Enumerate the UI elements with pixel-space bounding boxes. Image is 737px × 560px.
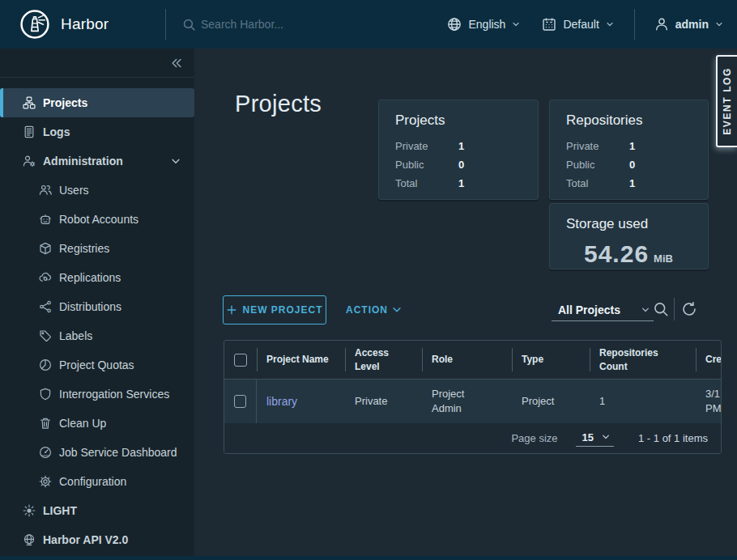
sidebar-item-label: Job Service Dashboard: [59, 446, 177, 459]
card-title: Projects: [395, 112, 522, 129]
sidebar-item-configuration[interactable]: Configuration: [0, 467, 194, 496]
new-project-label: NEW PROJECT: [242, 304, 322, 316]
global-search: [182, 18, 368, 32]
gear-icon: [39, 475, 52, 488]
stat-row: Total 1: [566, 174, 692, 193]
project-filter-select[interactable]: All Projects: [552, 299, 654, 321]
column-header-access-level[interactable]: Access Level: [345, 341, 422, 379]
refresh-button[interactable]: [681, 301, 697, 317]
sidebar-item-label: Project Quotas: [59, 358, 134, 371]
search-input[interactable]: [201, 18, 363, 31]
chevron-down-icon: [714, 19, 724, 29]
trash-icon: [39, 417, 52, 430]
chevron-down-icon: [511, 19, 521, 29]
select-all-checkbox[interactable]: [234, 354, 247, 367]
language-label: English: [468, 18, 505, 31]
harbor-logo-home-link[interactable]: Harbor: [19, 9, 165, 40]
sidebar-item-label: LIGHT: [43, 504, 77, 517]
sun-icon: [23, 504, 36, 517]
stat-row: Public 0: [395, 155, 522, 174]
storage-summary-card: Storage used 54.26 MiB: [549, 203, 709, 269]
type-cell: Project: [512, 380, 590, 423]
sidebar-item-label: Harbor API V2.0: [43, 533, 128, 546]
share-nodes-icon: [39, 300, 52, 313]
project-name-cell: library: [257, 380, 345, 423]
role-cell: Project Admin: [422, 380, 512, 423]
sidebar-item-projects[interactable]: Projects: [0, 88, 194, 117]
logs-list-icon: [23, 125, 36, 138]
header-actions: English Default: [447, 9, 724, 40]
header-divider: [634, 9, 635, 40]
column-header-role[interactable]: Role: [422, 341, 512, 379]
datagrid-header: Project Name Access Level Role Type Repo…: [224, 341, 721, 380]
row-checkbox[interactable]: [234, 395, 246, 408]
sidebar-item-registries[interactable]: Registries: [0, 234, 194, 263]
admin-user-gear-icon: [23, 155, 36, 168]
column-header-repositories-count[interactable]: Repositories Count: [590, 341, 696, 379]
globe-icon: [447, 17, 462, 32]
quota-pie-icon: [39, 358, 52, 371]
sidebar-item-theme-toggle-light[interactable]: LIGHT: [0, 496, 194, 525]
select-all-cell: [224, 341, 257, 379]
theme-label: Default: [563, 18, 599, 31]
language-selector[interactable]: English: [447, 17, 521, 32]
page-size-select[interactable]: 15: [576, 431, 614, 447]
chevron-down-icon: [641, 305, 650, 315]
column-header-type[interactable]: Type: [512, 341, 590, 379]
stat-value: 1: [458, 177, 464, 189]
harbor-app: Harbor English: [0, 0, 737, 560]
stat-label: Total: [395, 177, 458, 189]
new-project-button[interactable]: NEW PROJECT: [223, 295, 326, 325]
filter-selected-value: All Projects: [552, 303, 641, 316]
sidebar-item-logs[interactable]: Logs: [0, 117, 194, 146]
toolbar-divider: [674, 298, 675, 320]
chevron-down-icon: [605, 19, 615, 29]
calendar-icon: [542, 17, 556, 32]
cloud-sync-icon: [39, 271, 52, 284]
sidebar-item-clean-up[interactable]: Clean Up: [0, 409, 194, 438]
storage-value-row: 54.26 MiB: [566, 240, 692, 268]
sidebar-item-interrogation-services[interactable]: Interrogation Services: [0, 380, 194, 409]
projects-datagrid: Project Name Access Level Role Type Repo…: [224, 340, 722, 454]
sidebar-item-replications[interactable]: Replications: [0, 263, 194, 292]
sidebar-item-label: Projects: [43, 96, 87, 109]
column-header-creation-time[interactable]: Cre: [696, 341, 722, 379]
sidebar-item-administration[interactable]: Administration: [0, 146, 194, 176]
sidebar-item-project-quotas[interactable]: Project Quotas: [0, 350, 194, 380]
column-header-project-name[interactable]: Project Name: [257, 341, 345, 379]
sidebar-item-labels[interactable]: Labels: [0, 321, 194, 350]
org-chart-icon: [23, 96, 36, 109]
sidebar-item-robot-accounts[interactable]: Robot Accounts: [0, 205, 194, 234]
stat-row: Private 1: [566, 137, 692, 155]
stat-label: Private: [395, 140, 458, 152]
theme-selector[interactable]: Default: [542, 17, 614, 32]
sidebar-item-label: Users: [59, 184, 89, 197]
sidebar-item-job-service-dashboard[interactable]: Job Service Dashboard: [0, 438, 194, 467]
sidebar-item-label: Logs: [43, 125, 70, 138]
page-size-label: Page size: [511, 432, 557, 444]
project-link[interactable]: library: [266, 394, 297, 409]
action-dropdown-button[interactable]: ACTION: [346, 295, 403, 325]
harbor-lighthouse-logo-icon: [19, 9, 50, 40]
event-log-tab[interactable]: EVENT LOG: [716, 55, 737, 147]
datagrid-footer: Page size 15 1 - 1 of 1 items: [224, 423, 721, 453]
sidebar-item-label: Labels: [59, 329, 92, 342]
plus-icon: [226, 304, 237, 316]
role-value: Project Admin: [432, 387, 495, 415]
sidebar-item-distributions[interactable]: Distributions: [0, 292, 194, 321]
sidebar-item-users[interactable]: Users: [0, 176, 194, 205]
user-menu[interactable]: admin: [654, 17, 724, 32]
stat-row: Total 1: [395, 174, 522, 193]
stat-row: Private 1: [395, 137, 522, 155]
sidebar-item-harbor-api[interactable]: Harbor API V2.0: [0, 525, 194, 554]
action-label: ACTION: [346, 304, 388, 316]
gauge-dashboard-icon: [39, 446, 52, 459]
table-search-button[interactable]: [653, 301, 669, 317]
stat-label: Private: [566, 140, 629, 152]
sidebar-item-label: Interrogation Services: [59, 388, 169, 401]
robot-icon: [39, 213, 52, 226]
page-size-value: 15: [582, 431, 594, 443]
sidebar-collapse-button[interactable]: [0, 49, 194, 78]
row-select-cell: [224, 380, 257, 423]
repositories-count-cell: 1: [590, 380, 696, 423]
